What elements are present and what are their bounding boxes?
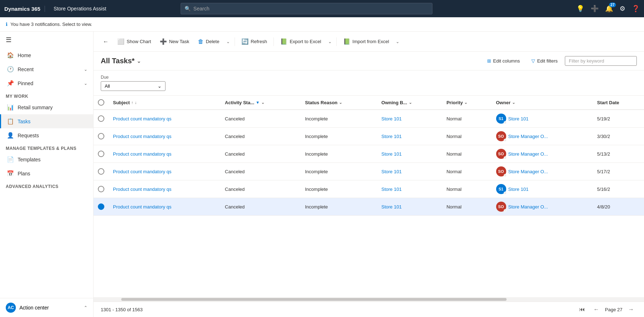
edit-columns-button[interactable]: ⊞ Edit columns	[483, 56, 524, 66]
owner-cell[interactable]: S1 Store 101	[492, 110, 593, 128]
task-link[interactable]: Product count mandatory qs	[113, 169, 172, 174]
table-row[interactable]: Product count mandatory qs Canceled Inco…	[94, 128, 644, 145]
owning-business-cell[interactable]: Store 101	[377, 198, 442, 216]
owner-cell[interactable]: S1 Store 101	[492, 180, 593, 198]
task-link[interactable]: Product count mandatory qs	[113, 134, 172, 139]
owning-business-link[interactable]: Store 101	[381, 116, 402, 121]
delete-chevron[interactable]: ⌄	[225, 37, 232, 46]
owner-name-link[interactable]: Store Manager O...	[508, 134, 548, 139]
owning-business-cell[interactable]: Store 101	[377, 110, 442, 128]
edit-filters-button[interactable]: ▽ Edit filters	[527, 56, 562, 66]
sidebar-item-tasks[interactable]: 📋 Tasks	[0, 114, 93, 128]
sidebar-item-templates[interactable]: 📄 Templates	[0, 152, 93, 166]
owning-business-cell[interactable]: Store 101	[377, 145, 442, 163]
task-subject-cell[interactable]: Product count mandatory qs	[109, 145, 221, 163]
owner-cell[interactable]: SO Store Manager O...	[492, 198, 593, 216]
row-checkbox-cell[interactable]	[94, 145, 109, 163]
add-icon[interactable]: ➕	[591, 5, 599, 13]
owning-business-link[interactable]: Store 101	[381, 187, 402, 192]
search-input[interactable]	[194, 6, 428, 12]
owner-name-link[interactable]: Store 101	[508, 116, 529, 121]
action-center-item[interactable]: AC Action center ⌃	[0, 298, 93, 317]
import-chevron[interactable]: ⌄	[394, 37, 401, 46]
due-select[interactable]: All ⌄	[101, 81, 165, 91]
col-subject[interactable]: Subject ↑ ↓	[109, 96, 221, 110]
col-start-date[interactable]: Start Date	[593, 96, 644, 110]
prev-page-button[interactable]: ←	[591, 305, 602, 314]
global-search-bar[interactable]: 🔍	[181, 3, 432, 14]
hamburger-menu[interactable]: ☰	[0, 32, 93, 48]
task-subject-cell[interactable]: Product count mandatory qs	[109, 198, 221, 216]
table-row[interactable]: Product count mandatory qs Canceled Inco…	[94, 145, 644, 163]
tasks-table-container[interactable]: Subject ↑ ↓ Activity Sta... ▼ ⌄	[94, 96, 644, 297]
export-button[interactable]: 📗 Export to Excel	[277, 36, 325, 47]
owner-cell[interactable]: SO Store Manager O...	[492, 128, 593, 145]
row-checkbox-cell[interactable]	[94, 180, 109, 198]
help-icon[interactable]: ❓	[632, 5, 640, 13]
row-checkbox-cell[interactable]	[94, 110, 109, 128]
sidebar-item-retail-summary[interactable]: 📊 Retail summary	[0, 100, 93, 114]
owning-business-link[interactable]: Store 101	[381, 204, 402, 210]
next-page-button[interactable]: →	[625, 305, 637, 314]
task-link[interactable]: Product count mandatory qs	[113, 151, 172, 157]
owning-business-link[interactable]: Store 101	[381, 151, 402, 157]
row-checkbox[interactable]	[98, 133, 104, 139]
owning-business-link[interactable]: Store 101	[381, 134, 402, 139]
row-checkbox[interactable]	[98, 203, 104, 210]
view-title-chevron[interactable]: ⌄	[137, 58, 141, 64]
table-row[interactable]: Product count mandatory qs Canceled Inco…	[94, 180, 644, 198]
task-subject-cell[interactable]: Product count mandatory qs	[109, 163, 221, 180]
owner-cell[interactable]: SO Store Manager O...	[492, 145, 593, 163]
col-priority[interactable]: Priority ⌄	[442, 96, 492, 110]
delete-button[interactable]: 🗑 Delete	[194, 36, 223, 47]
lightbulb-icon[interactable]: 💡	[576, 5, 584, 13]
row-checkbox[interactable]	[98, 151, 104, 157]
owning-business-cell[interactable]: Store 101	[377, 128, 442, 145]
owner-name-link[interactable]: Store Manager O...	[508, 151, 548, 157]
sidebar-item-pinned[interactable]: 📌 Pinned ⌄	[0, 76, 93, 90]
sidebar-item-recent[interactable]: 🕐 Recent ⌄	[0, 62, 93, 76]
task-subject-cell[interactable]: Product count mandatory qs	[109, 128, 221, 145]
owning-business-cell[interactable]: Store 101	[377, 163, 442, 180]
task-link[interactable]: Product count mandatory qs	[113, 116, 172, 121]
task-link[interactable]: Product count mandatory qs	[113, 187, 172, 192]
sidebar-item-requests[interactable]: 👤 Requests	[0, 128, 93, 142]
row-checkbox-cell[interactable]	[94, 128, 109, 145]
sidebar-item-home[interactable]: 🏠 Home	[0, 48, 93, 62]
row-checkbox-cell[interactable]	[94, 198, 109, 216]
horizontal-scrollbar[interactable]	[94, 297, 644, 302]
row-checkbox-cell[interactable]	[94, 163, 109, 180]
select-all-checkbox[interactable]	[98, 99, 104, 106]
export-chevron[interactable]: ⌄	[326, 37, 334, 46]
col-owning-business[interactable]: Owning B... ⌄	[377, 96, 442, 110]
owner-cell[interactable]: SO Store Manager O...	[492, 163, 593, 180]
first-page-button[interactable]: ⏮	[576, 305, 588, 314]
owning-business-link[interactable]: Store 101	[381, 169, 402, 174]
table-row[interactable]: Product count mandatory qs Canceled Inco…	[94, 198, 644, 216]
table-row[interactable]: Product count mandatory qs Canceled Inco…	[94, 110, 644, 128]
select-all-col[interactable]	[94, 96, 109, 110]
col-activity-status[interactable]: Activity Sta... ▼ ⌄	[221, 96, 301, 110]
filter-keyword-input[interactable]	[565, 56, 637, 66]
settings-icon[interactable]: ⚙	[620, 5, 625, 13]
col-owner[interactable]: Owner ⌄	[492, 96, 593, 110]
back-button[interactable]: ←	[99, 36, 112, 47]
task-subject-cell[interactable]: Product count mandatory qs	[109, 110, 221, 128]
row-checkbox[interactable]	[98, 186, 104, 192]
row-checkbox[interactable]	[98, 115, 104, 122]
notification-bar[interactable]: ℹ You have 3 notifications. Select to vi…	[0, 17, 644, 32]
table-row[interactable]: Product count mandatory qs Canceled Inco…	[94, 163, 644, 180]
notifications-icon[interactable]: 🔔 27	[605, 5, 613, 13]
col-status-reason[interactable]: Status Reason ⌄	[301, 96, 377, 110]
show-chart-button[interactable]: ⬜ Show Chart	[114, 36, 155, 47]
owning-business-cell[interactable]: Store 101	[377, 180, 442, 198]
import-button[interactable]: 📗 Import from Excel	[340, 36, 393, 47]
sidebar-item-plans[interactable]: 📅 Plans	[0, 166, 93, 180]
owner-name-link[interactable]: Store Manager O...	[508, 204, 548, 210]
owner-name-link[interactable]: Store Manager O...	[508, 169, 548, 174]
task-subject-cell[interactable]: Product count mandatory qs	[109, 180, 221, 198]
task-link[interactable]: Product count mandatory qs	[113, 204, 172, 210]
owner-name-link[interactable]: Store 101	[508, 187, 529, 192]
row-checkbox[interactable]	[98, 168, 104, 175]
new-task-button[interactable]: ➕ New Task	[156, 36, 193, 47]
